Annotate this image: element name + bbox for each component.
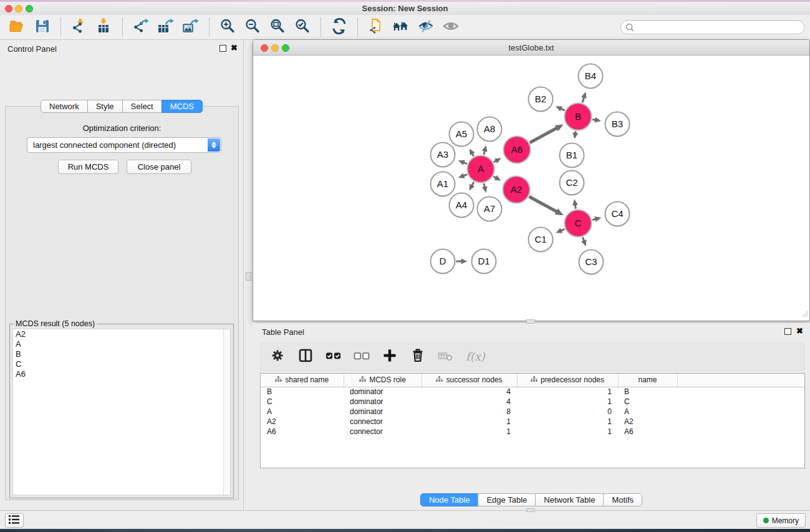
export-image-button[interactable] xyxy=(178,17,203,38)
table-cell[interactable]: 1 xyxy=(517,397,618,407)
zoom-window-button[interactable] xyxy=(26,5,33,12)
table-cell[interactable]: 1 xyxy=(517,387,618,397)
table-cell[interactable]: connector xyxy=(344,427,422,437)
graph-edge-C-C3[interactable] xyxy=(581,237,587,246)
table-cell[interactable]: 4 xyxy=(422,397,517,407)
bottom-splitter-handle[interactable] xyxy=(526,508,535,512)
table-cell[interactable]: 0 xyxy=(517,407,618,417)
graph-edge-A-A8[interactable] xyxy=(482,145,488,155)
graph-edge-A-A5[interactable] xyxy=(470,148,475,156)
graph-node-B2[interactable]: B2 xyxy=(529,87,553,112)
function-builder-button[interactable]: f(x) xyxy=(466,346,485,367)
graph-node-B4[interactable]: B4 xyxy=(579,64,603,89)
table-cell[interactable]: A2 xyxy=(618,417,677,427)
graph-node-D[interactable]: D xyxy=(431,249,455,274)
column-header-predecessor-nodes[interactable]: predecessor nodes xyxy=(517,374,618,387)
table-tab-motifs[interactable]: Motifs xyxy=(603,493,642,506)
zoom-out-button[interactable] xyxy=(240,17,265,38)
run-mcds-button[interactable]: Run MCDS xyxy=(58,160,118,174)
graph-node-D1[interactable]: D1 xyxy=(472,249,496,274)
tab-network[interactable]: Network xyxy=(41,100,88,113)
table-cell[interactable]: dominator xyxy=(344,407,422,417)
table-cell[interactable]: A xyxy=(261,407,344,417)
graph-edge-D-D1[interactable] xyxy=(456,259,468,264)
graph-node-A4[interactable]: A4 xyxy=(450,193,474,218)
delete-table-button[interactable] xyxy=(438,346,454,367)
graph-edge-B-B3[interactable] xyxy=(592,117,601,123)
table-cell[interactable]: A2 xyxy=(261,417,344,427)
graph-node-C4[interactable]: C4 xyxy=(605,202,630,226)
gear-button[interactable] xyxy=(269,346,286,367)
columns-button[interactable] xyxy=(297,346,314,367)
graph-edge-A-A7[interactable] xyxy=(482,183,488,193)
table-row[interactable]: Adominator80A xyxy=(261,407,804,417)
graph-node-C1[interactable]: C1 xyxy=(529,228,553,252)
tab-select[interactable]: Select xyxy=(122,100,162,113)
column-header-name[interactable]: name xyxy=(618,374,677,387)
graph-edge-B-B1[interactable] xyxy=(572,131,578,139)
export-network-button[interactable] xyxy=(128,17,153,38)
table-cell[interactable]: dominator xyxy=(344,397,422,407)
zoom-selected-button[interactable] xyxy=(290,17,315,38)
refresh-button[interactable] xyxy=(327,17,352,38)
minimize-window-button[interactable] xyxy=(15,5,22,12)
criterion-select[interactable]: largest connected component (directed) xyxy=(27,137,221,153)
graph-node-A1[interactable]: A1 xyxy=(431,172,455,196)
table-row[interactable]: A6connector11A6 xyxy=(261,427,804,437)
table-row[interactable]: A2connector11A2 xyxy=(261,417,804,427)
table-tab-node-table[interactable]: Node Table xyxy=(420,493,479,506)
graph-edge-A-A4[interactable] xyxy=(470,182,475,191)
import-table-button[interactable] xyxy=(92,17,117,38)
resize-grip-icon[interactable] xyxy=(801,309,809,320)
table-cell[interactable]: A xyxy=(618,407,677,417)
graph-node-A[interactable]: A xyxy=(468,156,494,183)
table-cell[interactable]: 1 xyxy=(422,417,517,427)
float-panel-icon[interactable] xyxy=(219,45,226,52)
graph-node-A5[interactable]: A5 xyxy=(450,122,474,147)
select-all-button[interactable] xyxy=(325,346,342,367)
column-header-MCDS-role[interactable]: MCDS role xyxy=(344,374,422,387)
graph-edge-C-C1[interactable] xyxy=(556,228,564,233)
zoom-in-button[interactable] xyxy=(215,17,240,38)
table-cell[interactable]: 1 xyxy=(422,427,517,437)
graph-edge-C-C2[interactable] xyxy=(572,199,578,209)
trash-button[interactable] xyxy=(410,346,426,367)
graph-edge-A6-B[interactable] xyxy=(530,125,564,143)
table-close-panel-icon[interactable]: ✖ xyxy=(796,326,803,336)
table-cell[interactable]: C xyxy=(261,397,344,407)
graph-node-C[interactable]: C xyxy=(565,210,592,237)
table-tab-edge-table[interactable]: Edge Table xyxy=(478,493,536,506)
graph-edge-A2-C[interactable] xyxy=(529,196,564,215)
table-cell[interactable]: dominator xyxy=(344,387,422,397)
table-cell[interactable]: 8 xyxy=(422,407,517,417)
table-row[interactable]: Cdominator41C xyxy=(261,397,804,407)
network-close-button[interactable] xyxy=(261,44,268,52)
column-header-successor-nodes[interactable]: successor nodes xyxy=(422,374,517,387)
graph-node-C2[interactable]: C2 xyxy=(560,171,584,195)
table-cell[interactable]: 1 xyxy=(517,427,618,437)
graph-node-B3[interactable]: B3 xyxy=(605,112,630,137)
save-session-button[interactable] xyxy=(30,17,55,38)
close-window-button[interactable] xyxy=(5,5,12,12)
table-cell[interactable]: 4 xyxy=(422,387,517,397)
table-cell[interactable]: B xyxy=(261,387,344,397)
network-zoom-button[interactable] xyxy=(282,44,289,52)
table-cell[interactable]: A6 xyxy=(618,427,677,437)
show-details-button[interactable] xyxy=(438,17,463,38)
copy-network-button[interactable] xyxy=(364,17,388,38)
search-input[interactable] xyxy=(620,20,805,34)
open-file-button[interactable] xyxy=(5,17,30,38)
graph-edge-A-A1[interactable] xyxy=(458,173,467,178)
tab-mcds[interactable]: MCDS xyxy=(162,100,203,113)
graph-node-A2[interactable]: A2 xyxy=(503,177,530,203)
deselect-all-button[interactable] xyxy=(354,346,370,367)
network-canvas[interactable]: AA1A2A3A4A5A6A7A8BB1B2B3B4CC1C2C3C4DD1 xyxy=(253,56,809,321)
graph-node-B1[interactable]: B1 xyxy=(560,143,584,168)
table-tab-network-table[interactable]: Network Table xyxy=(535,493,604,506)
table-cell[interactable]: 1 xyxy=(517,417,618,427)
close-panel-icon[interactable]: ✖ xyxy=(231,43,238,53)
table-row[interactable]: Bdominator41B xyxy=(261,387,804,397)
graph-edge-B-B2[interactable] xyxy=(556,106,565,111)
close-panel-button[interactable]: Close panel xyxy=(127,160,191,174)
show-panels-button[interactable] xyxy=(5,513,24,528)
